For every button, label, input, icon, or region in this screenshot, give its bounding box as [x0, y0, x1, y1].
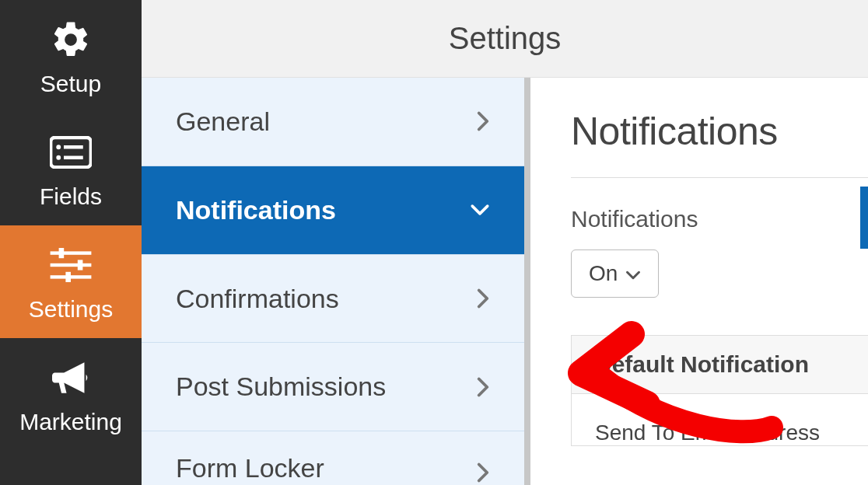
default-notification-card: Default Notification Send To Email Addre…: [571, 335, 868, 446]
svg-rect-7: [51, 263, 92, 266]
notifications-toggle-select[interactable]: On: [571, 249, 659, 298]
settings-item-label: Form Locker: [176, 453, 324, 483]
rail-label: Setup: [40, 71, 101, 97]
main-area: Settings General Notifications: [142, 0, 868, 485]
settings-item-general[interactable]: General: [142, 78, 524, 166]
rail-label: Settings: [29, 296, 113, 323]
content-title: Notifications: [571, 109, 868, 154]
rail-item-marketing[interactable]: Marketing: [0, 338, 142, 451]
settings-item-post-submissions[interactable]: Post Submissions: [142, 343, 524, 431]
content-panel: Notifications Notifications On Default N…: [530, 78, 868, 485]
chevron-right-icon: [476, 110, 490, 132]
sliders-icon: [47, 242, 94, 288]
svg-rect-8: [78, 260, 83, 270]
settings-item-label: General: [176, 106, 270, 137]
rail-label: Marketing: [19, 409, 122, 435]
card-title: Default Notification: [572, 336, 868, 394]
topbar: Settings: [142, 0, 868, 78]
settings-sidebar: General Notifications Confirmations: [142, 78, 530, 485]
chevron-down-icon: [470, 203, 490, 217]
svg-rect-4: [64, 155, 83, 159]
app-root: Setup Fields Settings Marketing Settings: [0, 0, 868, 485]
send-to-label: Send To Email Address: [572, 394, 868, 445]
settings-item-confirmations[interactable]: Confirmations: [142, 255, 524, 344]
chevron-right-icon: [476, 376, 490, 398]
page-title: Settings: [449, 21, 562, 56]
divider: [571, 177, 868, 178]
settings-item-label: Notifications: [176, 195, 336, 225]
chevron-right-icon: [476, 462, 490, 483]
accent-bar: [860, 187, 868, 249]
rail-label: Fields: [40, 183, 102, 210]
rail-item-fields[interactable]: Fields: [0, 113, 142, 225]
notifications-toggle-label: Notifications: [571, 206, 868, 232]
svg-rect-5: [51, 251, 92, 254]
svg-rect-10: [65, 271, 71, 281]
left-rail: Setup Fields Settings Marketing: [0, 0, 142, 485]
rail-item-settings[interactable]: Settings: [0, 225, 142, 338]
select-value: On: [589, 261, 618, 286]
svg-point-1: [56, 145, 61, 149]
panes: General Notifications Confirmations: [142, 78, 868, 485]
settings-item-notifications[interactable]: Notifications: [142, 166, 524, 255]
svg-rect-6: [59, 248, 65, 258]
settings-item-form-locker[interactable]: Form Locker: [142, 431, 524, 485]
chevron-down-icon: [625, 261, 641, 286]
gear-icon: [47, 16, 94, 63]
bullhorn-icon: [47, 354, 94, 401]
svg-rect-0: [51, 137, 91, 166]
svg-point-3: [56, 155, 61, 159]
settings-item-label: Confirmations: [176, 284, 339, 314]
rail-item-setup[interactable]: Setup: [0, 0, 142, 113]
settings-item-label: Post Submissions: [176, 372, 386, 402]
svg-rect-2: [64, 145, 83, 149]
chevron-right-icon: [476, 288, 490, 309]
list-icon: [47, 129, 94, 176]
